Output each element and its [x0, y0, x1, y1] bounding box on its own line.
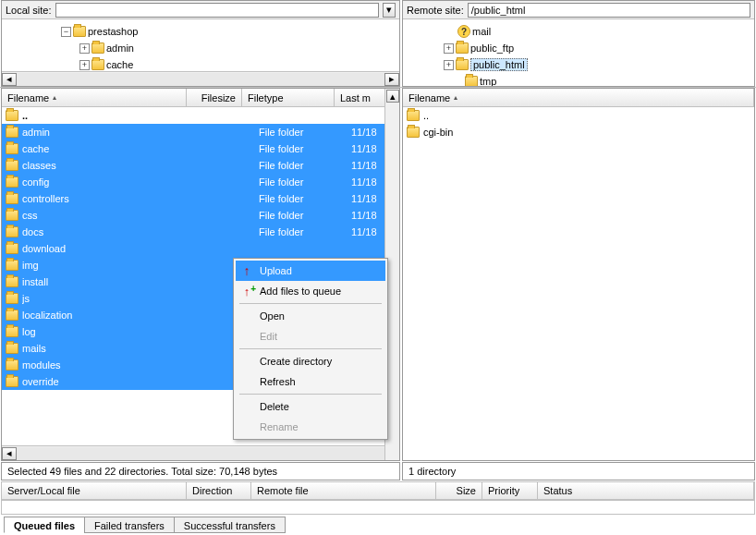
file-type: File folder	[259, 143, 348, 154]
upload-icon: ↑	[239, 263, 254, 278]
folder-icon	[73, 26, 86, 37]
file-type: File folder	[259, 127, 348, 138]
question-icon: ?	[457, 25, 470, 38]
menu-separator	[239, 348, 382, 349]
file-name: log	[22, 326, 200, 337]
scroll-left-button[interactable]: ◂	[2, 447, 17, 460]
tree-label: cache	[106, 59, 133, 70]
tab-successful-transfers[interactable]: Successful transfers	[174, 517, 286, 533]
folder-icon	[6, 193, 18, 204]
folder-icon	[6, 176, 18, 188]
queue-col-direction[interactable]: Direction	[187, 482, 251, 499]
remote-site-path-input[interactable]: /public_html	[468, 3, 750, 18]
expand-icon[interactable]: +	[444, 60, 454, 70]
list-row[interactable]: classesFile folder11/18	[2, 157, 399, 174]
file-name: docs	[22, 226, 200, 237]
folder-icon	[6, 343, 18, 354]
sort-asc-icon: ▴	[53, 93, 56, 102]
col-filetype[interactable]: Filetype	[242, 89, 335, 106]
file-name: mails	[22, 343, 200, 354]
folder-icon	[6, 226, 18, 237]
parent-dir-row[interactable]: ..	[2, 107, 399, 124]
queue-col-priority[interactable]: Priority	[482, 482, 538, 499]
local-column-headers: Filename▴ Filesize Filetype Last m	[2, 89, 399, 107]
tree-label: mail	[472, 26, 491, 37]
list-row[interactable]: configFile folder11/18	[2, 174, 399, 190]
col-filename[interactable]: Filename▴	[403, 89, 754, 106]
tree-node[interactable]: tmp	[407, 73, 750, 86]
folder-icon	[456, 43, 469, 54]
list-row[interactable]: adminFile folder11/18	[2, 124, 399, 140]
remote-tree[interactable]: ?mail+public_ftp+public_htmltmp	[403, 19, 754, 86]
remote-list-body[interactable]: ..cgi-bin	[403, 107, 754, 460]
local-list-hscroll[interactable]: ◂ ▸	[2, 445, 399, 460]
file-name: css	[22, 210, 200, 221]
parent-dir-row[interactable]: ..	[403, 107, 754, 124]
remote-column-headers: Filename▴	[403, 89, 754, 107]
menu-edit: Edit	[236, 326, 385, 347]
col-filesize[interactable]: Filesize	[187, 89, 242, 106]
tab-queued-files[interactable]: Queued files	[4, 517, 85, 533]
remote-status: 1 directory	[402, 462, 755, 480]
folder-icon	[6, 293, 18, 304]
chevron-down-icon: ▾	[386, 4, 392, 16]
sites-row: Local site: ▾ −prestashop+admin+cache ◂ …	[0, 0, 756, 88]
file-name: install	[22, 276, 200, 287]
list-row[interactable]: cssFile folder11/18	[2, 207, 399, 224]
folder-icon	[6, 276, 18, 287]
list-row[interactable]: cgi-bin	[403, 124, 754, 140]
list-row[interactable]: docsFile folder11/18	[2, 224, 399, 240]
file-name: admin	[22, 127, 200, 138]
tree-label: public_html	[470, 58, 528, 71]
folder-icon	[456, 59, 469, 70]
remote-site-bar: Remote site: /public_html	[403, 1, 754, 19]
add-queue-icon: ↑+	[239, 284, 254, 298]
queue-col-serverlocal[interactable]: Server/Local file	[2, 482, 187, 499]
local-tree[interactable]: −prestashop+admin+cache	[2, 19, 399, 71]
menu-separator	[239, 303, 382, 304]
list-row[interactable]: cacheFile folder11/18	[2, 140, 399, 157]
expand-icon[interactable]: +	[79, 60, 90, 70]
menu-rename: Rename	[236, 417, 385, 437]
local-panel: Local site: ▾ −prestashop+admin+cache ◂ …	[1, 0, 400, 87]
folder-icon	[6, 243, 18, 254]
file-name: img	[22, 260, 200, 271]
menu-separator	[239, 394, 382, 395]
queue-body[interactable]	[1, 500, 755, 515]
tree-node[interactable]: +public_html	[407, 56, 750, 73]
tree-node[interactable]: ?mail	[407, 23, 750, 40]
local-site-dropdown-button[interactable]: ▾	[383, 3, 396, 18]
expand-icon[interactable]: +	[79, 43, 90, 54]
tree-node[interactable]: −prestashop	[6, 23, 396, 40]
menu-open[interactable]: Open	[236, 306, 385, 326]
scroll-left-button[interactable]: ◂	[2, 73, 17, 86]
menu-delete[interactable]: Delete	[236, 396, 385, 417]
menu-refresh[interactable]: Refresh	[236, 371, 385, 392]
folder-icon	[6, 160, 18, 171]
queue-col-remote[interactable]: Remote file	[251, 482, 436, 499]
file-name: localization	[22, 310, 200, 321]
menu-upload[interactable]: ↑ Upload	[236, 261, 385, 281]
folder-icon	[6, 310, 18, 321]
folder-icon	[6, 210, 18, 221]
collapse-icon[interactable]: −	[61, 27, 71, 37]
file-name: modules	[22, 359, 200, 371]
tree-node[interactable]: +cache	[6, 56, 396, 71]
local-site-path-input[interactable]	[55, 3, 379, 18]
tree-node[interactable]: +admin	[6, 40, 396, 56]
folder-icon	[91, 59, 104, 70]
scroll-right-button[interactable]: ▸	[384, 73, 399, 86]
scroll-up-button[interactable]: ▴	[386, 90, 399, 103]
menu-add-to-queue[interactable]: ↑+ Add files to queue	[236, 281, 385, 301]
local-tree-hscroll[interactable]: ◂ ▸	[2, 71, 399, 86]
queue-col-status[interactable]: Status	[538, 482, 754, 499]
menu-create-directory[interactable]: Create directory	[236, 351, 385, 371]
queue-col-size[interactable]: Size	[436, 482, 482, 499]
tree-node[interactable]: +public_ftp	[407, 40, 750, 56]
col-filename[interactable]: Filename▴	[2, 89, 187, 106]
list-row[interactable]: download	[2, 240, 399, 257]
expand-icon[interactable]: +	[444, 43, 454, 54]
list-row[interactable]: controllersFile folder11/18	[2, 190, 399, 207]
file-type: File folder	[259, 226, 348, 237]
tab-failed-transfers[interactable]: Failed transfers	[84, 517, 175, 533]
